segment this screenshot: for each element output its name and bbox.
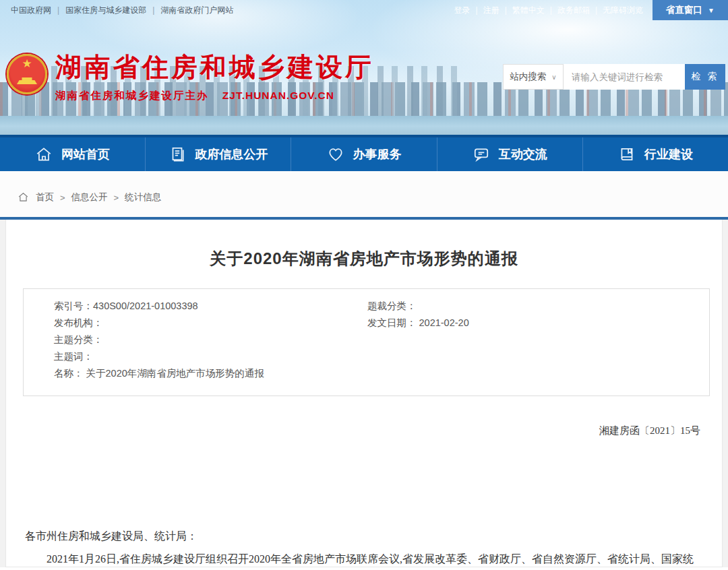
gate-icon <box>17 77 37 84</box>
river-graphic <box>0 116 728 135</box>
topbar-link-mohurd[interactable]: 国家住房与城乡建设部 <box>65 5 146 16</box>
heart-icon <box>327 146 344 163</box>
national-emblem-logo: ★ <box>7 54 47 94</box>
nav-item-info-disclosure[interactable]: 政府信息公开 <box>145 137 291 171</box>
meta-index-number: 索引号：430S00/2021-01003398 <box>54 298 367 315</box>
search-input[interactable] <box>564 64 685 90</box>
breadcrumb-info-disclosure[interactable]: 信息公开 <box>71 191 108 203</box>
chat-icon <box>473 146 490 163</box>
site-brand: ★ 湖南省住房和城乡建设厅 湖南省住房和城乡建设厅主办 ZJT.HUNAN.GO… <box>7 50 374 103</box>
search-button[interactable]: 检 索 <box>685 64 725 90</box>
meta-value: 关于2020年湖南省房地产市场形势的通报 <box>86 368 264 379</box>
login-link[interactable]: 登录 <box>454 5 471 16</box>
breadcrumb-current-statistics: 统计信息 <box>125 191 161 203</box>
meta-value: 430S00/2021-01003398 <box>93 300 198 311</box>
chevron-down-icon: ▼ <box>708 7 715 14</box>
meta-label: 题裁分类： <box>367 300 417 311</box>
gov-mail-link[interactable]: 政务邮箱 <box>557 5 590 16</box>
site-title: 湖南省住房和城乡建设厅 <box>55 50 374 85</box>
separator: | <box>595 5 597 15</box>
separator: | <box>152 5 154 15</box>
meta-label: 发文日期： <box>367 317 417 328</box>
meta-label: 发布机构： <box>54 317 103 328</box>
nav-item-services[interactable]: 办事服务 <box>291 137 436 171</box>
document-meta-box: 索引号：430S00/2021-01003398 发布机构： 主题分类： 主题词… <box>23 288 710 396</box>
chevron-down-icon: ∨ <box>551 73 556 81</box>
breadcrumb-separator: > <box>60 193 65 203</box>
topbar-right-links: 登录 | 注册 | 繁體中文 | 政务邮箱 | 无障碍浏览 <box>454 5 653 16</box>
meta-left-column: 索引号：430S00/2021-01003398 发布机构： 主题分类： 主题词… <box>24 298 367 382</box>
meta-topic-category: 主题分类： <box>54 331 367 348</box>
nav-item-label: 政府信息公开 <box>195 146 268 162</box>
search-scope-label: 站内搜索 <box>510 71 546 83</box>
nav-item-interaction[interactable]: 互动交流 <box>437 137 582 171</box>
article-paragraph: 2021年1月26日,省住房城乡建设厅组织召开2020年全省房地产市场联席会议,… <box>25 549 703 570</box>
star-icon: ★ <box>9 57 45 71</box>
nav-item-industry[interactable]: 行业建设 <box>582 137 728 171</box>
article-card: 关于2020年湖南省房地产市场形势的通报 索引号：430S00/2021-010… <box>5 220 723 567</box>
page-background: 关于2020年湖南省房地产市场形势的通报 索引号：430S00/2021-010… <box>0 220 728 567</box>
meta-right-column: 题裁分类： 发文日期： 2021-02-20 <box>367 298 709 382</box>
meta-issue-date: 发文日期： 2021-02-20 <box>367 315 709 331</box>
register-link[interactable]: 注册 <box>483 5 499 16</box>
site-subtitle: 湖南省住房和城乡建设厅主办 ZJT.HUNAN.GOV.CN <box>55 89 374 103</box>
meta-label: 主题分类： <box>54 334 103 345</box>
header-banner: 中国政府网 | 国家住房与城乡建设部 | 湖南省政府门户网站 登录 | 注册 |… <box>0 0 728 135</box>
home-icon <box>35 146 53 163</box>
topbar-link-china-gov[interactable]: 中国政府网 <box>11 5 51 16</box>
separator: | <box>57 5 59 15</box>
meta-genre-category: 题裁分类： <box>367 298 709 315</box>
document-icon <box>169 146 186 163</box>
meta-document-name: 名称： 关于2020年湖南省房地产市场形势的通报 <box>54 365 367 382</box>
site-search: 站内搜索 ∨ 检 索 <box>503 64 725 90</box>
breadcrumb-home[interactable]: 首页 <box>36 191 54 203</box>
nav-item-label: 行业建设 <box>644 146 693 162</box>
meta-label: 名称： <box>54 368 84 379</box>
top-utility-bar: 中国政府网 | 国家住房与城乡建设部 | 湖南省政府门户网站 登录 | 注册 |… <box>0 0 728 20</box>
nav-item-home[interactable]: 网站首页 <box>0 137 145 171</box>
article-salutation: 各市州住房和城乡建设局、统计局： <box>25 526 722 546</box>
site-url: ZJT.HUNAN.GOV.CN <box>222 90 334 101</box>
meta-value: 2021-02-20 <box>419 317 469 328</box>
document-number: 湘建房函〔2021〕15号 <box>6 424 700 437</box>
site-subtitle-text: 湖南省住房和城乡建设厅主办 <box>55 90 209 101</box>
nav-item-label: 办事服务 <box>353 146 402 162</box>
home-icon <box>18 190 36 205</box>
meta-issuing-agency: 发布机构： <box>54 315 367 331</box>
main-navigation: 网站首页 政府信息公开 办事服务 互动交流 行业建设 <box>0 135 728 171</box>
separator: | <box>550 5 552 15</box>
nav-item-label: 网站首页 <box>61 146 110 162</box>
province-window-label: 省直窗口 <box>666 4 702 16</box>
province-window-dropdown[interactable]: 省直窗口 ▼ <box>653 0 728 20</box>
search-scope-select[interactable]: 站内搜索 ∨ <box>503 64 564 90</box>
topbar-left-links: 中国政府网 | 国家住房与城乡建设部 | 湖南省政府门户网站 <box>0 5 233 16</box>
breadcrumb: 首页 > 信息公开 > 统计信息 <box>0 171 728 220</box>
breadcrumb-separator: > <box>114 193 119 203</box>
topbar-link-hunan-gov[interactable]: 湖南省政府门户网站 <box>160 5 233 16</box>
accessibility-link[interactable]: 无障碍浏览 <box>603 5 643 16</box>
separator: | <box>476 5 478 15</box>
traditional-chinese-link[interactable]: 繁體中文 <box>512 5 545 16</box>
nav-item-label: 互动交流 <box>499 146 547 162</box>
meta-label: 主题词： <box>54 351 93 362</box>
meta-keywords: 主题词： <box>54 348 367 365</box>
article-title: 关于2020年湖南省房地产市场形势的通报 <box>6 220 722 270</box>
book-icon <box>618 146 636 163</box>
meta-label: 索引号： <box>54 300 93 311</box>
separator: | <box>505 5 507 15</box>
brand-text: 湖南省住房和城乡建设厅 湖南省住房和城乡建设厅主办 ZJT.HUNAN.GOV.… <box>55 50 374 103</box>
